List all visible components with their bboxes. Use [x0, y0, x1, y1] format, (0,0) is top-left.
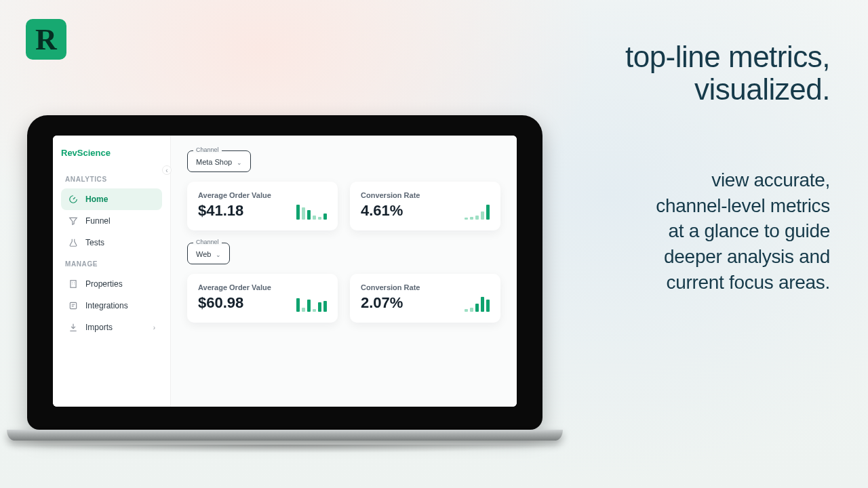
metric-card-cvr[interactable]: Conversion Rate 4.61%: [350, 182, 500, 230]
svg-rect-0: [71, 281, 76, 288]
metric-card-aov[interactable]: Average Order Value $41.18: [187, 182, 338, 230]
sparkline-bars: [296, 199, 327, 220]
app-logo-letter: R: [35, 22, 57, 57]
metric-value: 2.07%: [361, 294, 420, 312]
sidebar-item-label: Home: [85, 195, 108, 204]
chevron-down-icon: ⌄: [216, 251, 221, 258]
sidebar-item-label: Funnel: [85, 216, 111, 226]
sidebar-collapse-button[interactable]: ‹: [162, 165, 172, 175]
channel-picker[interactable]: Channel Web ⌄: [187, 243, 230, 264]
plug-icon: [68, 300, 79, 311]
hero-text: top-line metrics, visualized. view accur…: [625, 41, 830, 296]
metric-card-cvr[interactable]: Conversion Rate 2.07%: [350, 274, 500, 323]
laptop-base: [7, 430, 563, 441]
channel-group-meta-shop: Channel Meta Shop ⌄ Average Order Value …: [187, 150, 500, 230]
hero-sub-line3: at a glance to guide: [625, 218, 830, 244]
hero-sub-line1: view accurate,: [625, 167, 830, 193]
sidebar-item-home[interactable]: Home: [61, 188, 162, 210]
chevron-left-icon: ‹: [165, 167, 167, 174]
sidebar-section-analytics: ANALYTICS: [65, 176, 162, 183]
sidebar-item-integrations[interactable]: Integrations: [61, 295, 162, 317]
import-icon: [68, 322, 79, 333]
channel-picker-value: Meta Shop: [196, 158, 232, 166]
sparkline-bars: [296, 291, 327, 312]
sidebar-item-tests[interactable]: Tests: [61, 232, 162, 253]
hero-headline-line1: top-line metrics,: [625, 41, 830, 73]
channel-picker-label: Channel: [193, 239, 222, 245]
metric-value: $41.18: [198, 202, 271, 220]
laptop-shadow: [0, 445, 570, 454]
metric-value: 4.61%: [361, 202, 420, 220]
sparkline-bars: [465, 199, 490, 220]
channel-group-web: Channel Web ⌄ Average Order Value $60.98: [187, 243, 500, 323]
chevron-down-icon: ⌄: [237, 159, 242, 166]
chevron-right-icon: ›: [153, 324, 155, 331]
metric-value: $60.98: [198, 294, 271, 312]
beaker-icon: [68, 237, 79, 248]
dashboard-main: Channel Meta Shop ⌄ Average Order Value …: [171, 136, 517, 407]
sidebar-item-label: Integrations: [85, 301, 128, 310]
sidebar-item-funnel[interactable]: Funnel: [61, 210, 162, 232]
sidebar-section-manage: MANAGE: [65, 260, 162, 268]
metric-label: Conversion Rate: [361, 283, 420, 291]
metric-label: Average Order Value: [198, 283, 271, 291]
hero-sub-line2: channel-level metrics: [625, 193, 830, 219]
building-icon: [68, 279, 79, 289]
sparkline-bars: [465, 291, 490, 312]
hero-sub-line5: current focus areas.: [625, 270, 830, 296]
sidebar-item-label: Properties: [85, 279, 123, 289]
sidebar-item-label: Imports: [85, 323, 113, 332]
funnel-icon: [68, 216, 79, 226]
app-logo-badge: R: [26, 19, 66, 60]
sidebar-item-properties[interactable]: Properties: [61, 273, 162, 295]
app-screen: RevScience ‹ ANALYTICS Home Funnel: [53, 136, 517, 407]
metric-card-aov[interactable]: Average Order Value $60.98: [187, 274, 338, 323]
hero-sub-line4: deeper analysis and: [625, 244, 830, 270]
sidebar-brand: RevScience: [61, 148, 162, 158]
channel-picker-value: Web: [196, 250, 211, 258]
sidebar-item-label: Tests: [85, 238, 104, 247]
metric-label: Average Order Value: [198, 191, 271, 199]
sidebar: RevScience ‹ ANALYTICS Home Funnel: [53, 136, 171, 407]
channel-picker-label: Channel: [193, 146, 222, 153]
channel-picker[interactable]: Channel Meta Shop ⌄: [187, 150, 251, 172]
metric-label: Conversion Rate: [361, 191, 420, 199]
laptop-mockup: RevScience ‹ ANALYTICS Home Funnel: [27, 115, 542, 454]
sidebar-item-imports[interactable]: Imports ›: [61, 317, 162, 338]
hero-headline-line2: visualized.: [625, 73, 830, 106]
gauge-icon: [68, 194, 79, 205]
